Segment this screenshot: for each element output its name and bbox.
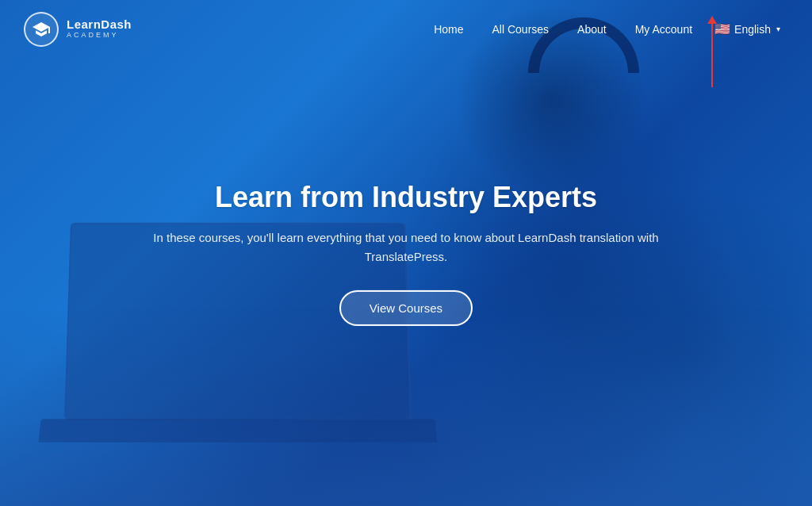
logo[interactable]: LearnDash ACADEMY [24,12,132,47]
flag-icon: 🇺🇸 [714,21,730,36]
brand-sub: ACADEMY [67,32,132,40]
navbar: LearnDash ACADEMY Home All Courses About… [0,0,812,58]
brand-name: LearnDash [67,18,132,32]
view-courses-button[interactable]: View Courses [339,290,473,326]
hero-section: LearnDash ACADEMY Home All Courses About… [0,0,812,506]
language-label: English [734,23,771,36]
logo-text: LearnDash ACADEMY [67,18,132,39]
laptop-glow [0,308,812,506]
nav-about[interactable]: About [563,23,621,36]
nav-all-courses[interactable]: All Courses [478,23,564,36]
chevron-down-icon: ▾ [776,25,780,33]
hero-title: Learn from Industry Experts [128,180,684,214]
hero-content: Learn from Industry Experts In these cou… [128,180,684,326]
graduation-cap-icon [32,20,51,39]
hero-subtitle: In these courses, you'll learn everythin… [128,228,684,266]
nav-home[interactable]: Home [419,23,477,36]
language-selector[interactable]: 🇺🇸 English ▾ [707,21,788,36]
logo-icon-circle [24,12,59,47]
nav-links: Home All Courses About My Account 🇺🇸 Eng… [419,21,788,36]
nav-my-account[interactable]: My Account [621,23,707,36]
